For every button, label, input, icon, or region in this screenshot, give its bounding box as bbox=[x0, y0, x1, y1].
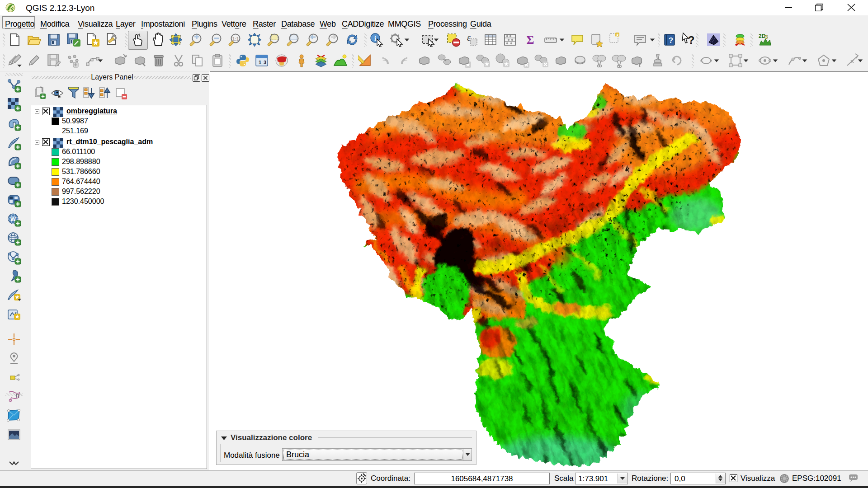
svg-text:R: R bbox=[16, 393, 19, 399]
svg-text:?: ? bbox=[688, 34, 695, 46]
